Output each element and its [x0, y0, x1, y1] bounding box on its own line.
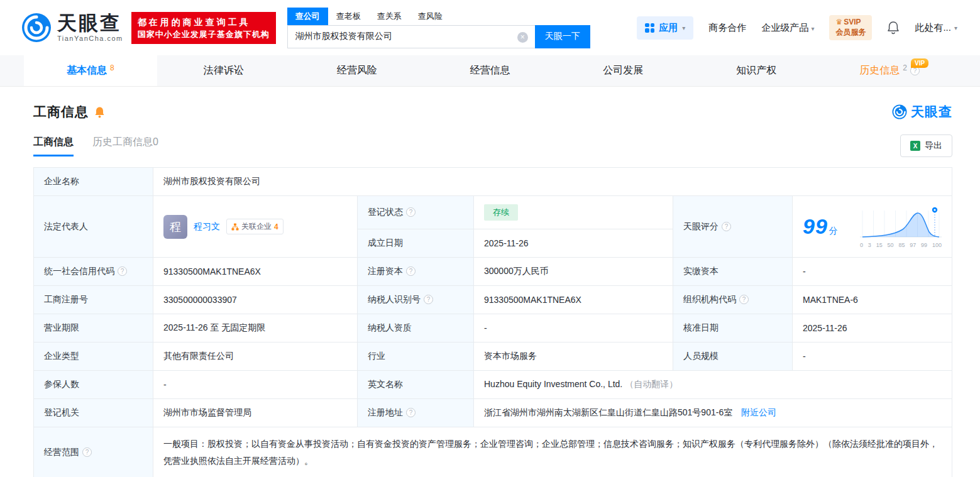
tianyancha-logo-icon: [892, 104, 907, 119]
field-label: 经营范围?: [34, 427, 153, 477]
apps-button[interactable]: 应用 ▾: [637, 16, 693, 40]
field-label: 纳税人识别号?: [358, 286, 474, 314]
field-value: 湖州市市场监督管理局: [153, 399, 358, 427]
tianyancha-logo-icon: [21, 13, 52, 43]
logo-domain: TianYanCha.com: [57, 35, 123, 42]
tab-history-info[interactable]: VIP 历史信息 2 ?: [823, 55, 956, 86]
promo-banner: 都在用的商业查询工具 国家中小企业发展子基金旗下机构: [131, 12, 276, 44]
legal-rep-link[interactable]: 程习文: [194, 221, 220, 233]
field-label: 工商注册号: [34, 286, 153, 314]
field-label: 企业名称: [34, 168, 153, 196]
search-tab-risk[interactable]: 查风险: [410, 8, 451, 25]
row-business-term: 营业期限 2025-11-26 至 无固定期限 纳税人资质 - 核准日期 202…: [34, 314, 952, 343]
avatar: 程: [163, 215, 187, 239]
field-label: 核准日期: [673, 314, 793, 343]
nearby-companies-link[interactable]: 附近公司: [741, 407, 776, 417]
business-cooperation-link[interactable]: 商务合作: [708, 22, 746, 34]
tab-operating-risk[interactable]: 经营风险: [290, 55, 424, 86]
subscribe-bell-icon[interactable]: [94, 106, 105, 118]
tab-count-badge: 8: [110, 63, 114, 72]
field-label: 英文名称: [358, 371, 474, 399]
field-label: 营业期限: [34, 314, 153, 343]
tab-intellectual-property[interactable]: 知识产权: [690, 55, 823, 86]
field-label: 实缴资本: [673, 258, 793, 286]
account-menu[interactable]: 此处有... ▾: [915, 22, 957, 34]
search-tab-relation[interactable]: 查关系: [369, 8, 410, 25]
score-distribution-chart: 031550859799100: [860, 206, 942, 248]
help-icon[interactable]: ?: [82, 447, 92, 457]
business-info-table: 企业名称 湖州市股权投资有限公司 法定代表人 程 程习文: [33, 167, 952, 477]
logo-name: 天眼查: [57, 13, 123, 34]
field-label: 成立日期: [358, 229, 474, 258]
field-label: 登记机关: [34, 399, 153, 427]
subtab-history-registration[interactable]: 历史工商信息0: [92, 136, 158, 156]
field-value: MAK1TNEA-6: [793, 286, 952, 314]
field-value: -: [793, 258, 952, 286]
tianyancha-logo[interactable]: 天眼查 TianYanCha.com: [21, 13, 123, 43]
export-button[interactable]: X 导出: [900, 134, 952, 157]
field-label: 组织机构代码?: [673, 286, 793, 314]
watermark-logo: 天眼查: [892, 103, 952, 121]
field-value: 91330500MAK1TNEA6X: [153, 258, 358, 286]
notification-bell-icon[interactable]: [887, 21, 900, 35]
field-label: 纳税人资质: [358, 314, 474, 343]
row-reg-number: 工商注册号 330500000033907 纳税人识别号? 91330500MA…: [34, 286, 952, 314]
field-value: 2025-11-26: [474, 229, 673, 258]
clear-search-icon[interactable]: ×: [517, 32, 528, 43]
field-value: Huzhou Equity Investment Co., Ltd. （自动翻译…: [474, 371, 952, 399]
field-label: 法定代表人: [34, 196, 153, 258]
company-section-tabs: 基本信息 8 法律诉讼 经营风险 经营信息 公司发展 知识产权 VIP 历史信息…: [0, 55, 980, 87]
score-unit: 分: [829, 226, 838, 236]
subtab-business-registration[interactable]: 工商信息: [33, 136, 74, 156]
search-tab-company[interactable]: 查公司: [287, 8, 328, 25]
help-icon[interactable]: ?: [739, 295, 749, 304]
svip-membership-button[interactable]: ♛SVIP 会员服务: [829, 15, 872, 40]
help-icon[interactable]: ?: [406, 266, 416, 276]
search-button[interactable]: 天眼一下: [535, 25, 590, 48]
help-icon[interactable]: ?: [118, 266, 127, 276]
field-label: 登记状态?: [358, 196, 474, 229]
row-company-name: 企业名称 湖州市股权投资有限公司: [34, 168, 952, 196]
row-company-type: 企业类型 其他有限责任公司 行业 资本市场服务 人员规模 -: [34, 343, 952, 371]
chevron-down-icon: ▾: [811, 25, 814, 32]
chevron-down-icon: ▾: [954, 25, 957, 31]
tab-business-info[interactable]: 经营信息: [424, 55, 557, 86]
field-value: 300000万人民币: [474, 258, 673, 286]
row-insured-english: 参保人数 - 英文名称 Huzhou Equity Investment Co.…: [34, 371, 952, 399]
help-icon[interactable]: ?: [406, 408, 416, 417]
help-icon[interactable]: ?: [722, 222, 731, 231]
crown-icon: ♛: [835, 18, 842, 26]
tab-basic-info[interactable]: 基本信息 8: [24, 55, 157, 86]
help-icon[interactable]: ?: [424, 295, 433, 304]
search-input[interactable]: [288, 26, 535, 48]
field-value: -: [153, 371, 358, 399]
excel-icon: X: [910, 141, 920, 151]
enterprise-products-link[interactable]: 企业级产品 ▾: [761, 22, 814, 34]
field-value: 一般项目：股权投资；以自有资金从事投资活动；自有资金投资的资产管理服务；企业管理…: [153, 427, 952, 477]
field-value: 91330500MAK1TNEA6X: [474, 286, 673, 314]
main-content: 工商信息 天眼查 工商信息 历史工商信息0 X 导出: [0, 87, 980, 477]
field-value: 浙江省湖州市湖州南太湖新区仁皇山街道仁皇山路501号901-6室 附近公司: [474, 399, 952, 427]
chevron-down-icon: ▾: [682, 25, 685, 31]
field-value: -: [793, 343, 952, 371]
tab-legal-litigation[interactable]: 法律诉讼: [157, 55, 290, 86]
related-companies-badge[interactable]: 关联企业 4: [226, 219, 284, 234]
row-legal-rep-status: 法定代表人 程 程习文 关联企业: [34, 196, 952, 229]
apps-grid-icon: [645, 23, 654, 33]
field-label: 企业类型: [34, 343, 153, 371]
score-value: 99: [803, 214, 828, 238]
field-value: 99分: [793, 196, 952, 258]
tianyan-score[interactable]: 99分: [803, 206, 942, 248]
status-badge: 存续: [484, 204, 518, 221]
help-icon[interactable]: ?: [406, 207, 416, 217]
page-title: 工商信息: [33, 103, 89, 121]
tab-company-development[interactable]: 公司发展: [556, 55, 690, 86]
vip-badge: VIP: [911, 58, 928, 68]
row-credit-code: 统一社会信用代码? 91330500MAK1TNEA6X 注册资本? 30000…: [34, 258, 952, 286]
field-value: 资本市场服务: [474, 343, 673, 371]
field-value: 其他有限责任公司: [153, 343, 358, 371]
auto-translate-note: （自动翻译）: [625, 379, 678, 389]
field-label: 参保人数: [34, 371, 153, 399]
field-value: 湖州市股权投资有限公司: [153, 168, 952, 196]
search-tab-boss[interactable]: 查老板: [328, 8, 369, 25]
